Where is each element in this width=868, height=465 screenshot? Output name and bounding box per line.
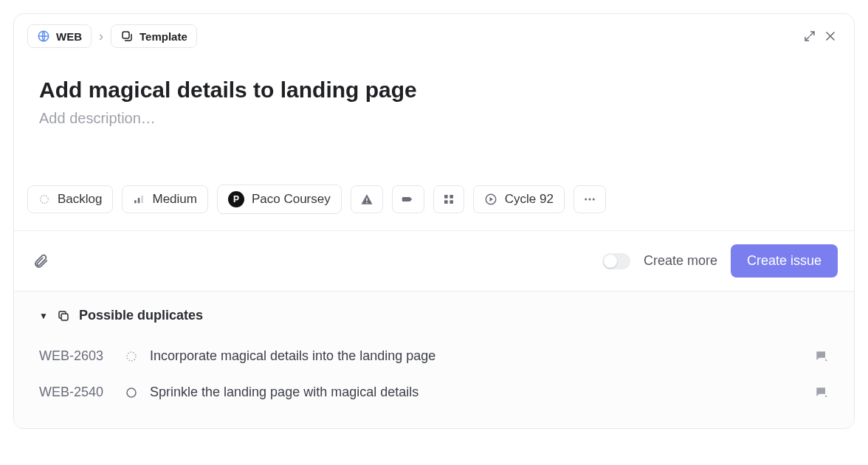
svg-rect-3 [134, 200, 137, 203]
move-to-issue-icon[interactable] [814, 349, 829, 364]
modal-footer: Create more Create issue [14, 230, 854, 291]
issue-title-input[interactable]: Add magical details to landing page [39, 78, 829, 103]
priority-label: Medium [152, 192, 196, 207]
todo-status-icon [125, 386, 138, 399]
svg-point-18 [127, 388, 136, 397]
duplicate-id: WEB-2603 [39, 348, 113, 364]
backlog-status-icon [38, 193, 50, 205]
breadcrumb-template-label: Template [140, 30, 187, 43]
svg-rect-11 [450, 200, 453, 204]
assignee-label: Paco Coursey [252, 192, 331, 207]
svg-rect-10 [444, 200, 448, 204]
svg-rect-16 [61, 314, 68, 320]
cycle-pill[interactable]: Cycle 92 [473, 185, 565, 213]
tag-icon [402, 193, 415, 206]
duplicates-heading-text: Possible duplicates [79, 308, 203, 323]
create-more-toggle[interactable] [602, 253, 630, 269]
modal-header: WEB › Template [14, 14, 854, 48]
grid-icon [443, 193, 455, 205]
project-pill[interactable] [351, 185, 383, 213]
assignee-avatar: P [228, 191, 244, 207]
svg-rect-6 [366, 199, 368, 202]
duplicate-title: Sprinkle the landing page with magical d… [150, 385, 418, 400]
breadcrumb-template[interactable]: Template [111, 24, 197, 48]
create-more-label: Create more [644, 253, 717, 269]
copy-icon [57, 309, 70, 323]
duplicate-title: Incorporate magical details into the lan… [150, 348, 435, 364]
assignee-pill[interactable]: P Paco Coursey [217, 185, 342, 214]
breadcrumb-separator: › [99, 29, 103, 44]
label-pill[interactable] [392, 185, 424, 213]
priority-pill[interactable]: Medium [122, 185, 207, 213]
create-issue-button[interactable]: Create issue [731, 244, 838, 278]
svg-point-2 [41, 196, 49, 204]
issue-description-input[interactable]: Add description… [39, 110, 829, 127]
cycle-icon [484, 193, 497, 206]
breadcrumb-project-label: WEB [56, 30, 82, 43]
move-to-issue-icon[interactable] [814, 385, 829, 400]
duplicate-row[interactable]: WEB-2540 Sprinkle the landing page with … [39, 374, 829, 410]
svg-rect-5 [142, 196, 144, 204]
more-properties-button[interactable] [574, 185, 606, 213]
expand-button[interactable] [799, 26, 820, 46]
priority-medium-icon [133, 193, 145, 205]
possible-duplicates-section: ▼ Possible duplicates WEB-2603 Incorpora… [14, 291, 854, 428]
globe-icon [37, 30, 50, 43]
svg-rect-9 [450, 195, 453, 199]
caret-down-icon: ▼ [39, 311, 48, 321]
svg-point-13 [585, 199, 587, 201]
modal-body: Add magical details to landing page Add … [14, 48, 854, 127]
duplicate-id: WEB-2540 [39, 385, 113, 400]
svg-point-17 [127, 352, 136, 361]
attach-button[interactable] [30, 251, 51, 272]
duplicate-row[interactable]: WEB-2603 Incorporate magical details int… [39, 338, 829, 374]
svg-rect-8 [444, 195, 448, 199]
svg-rect-4 [138, 198, 140, 203]
warning-triangle-icon [360, 193, 373, 206]
ellipsis-icon [583, 193, 596, 206]
backlog-status-icon [125, 350, 138, 363]
cycle-label: Cycle 92 [505, 192, 554, 207]
duplicates-header[interactable]: ▼ Possible duplicates [39, 308, 829, 323]
status-label: Backlog [58, 192, 102, 207]
breadcrumb-project[interactable]: WEB [27, 24, 92, 48]
close-button[interactable] [820, 26, 841, 46]
template-icon [120, 30, 134, 43]
svg-point-15 [593, 199, 595, 201]
svg-rect-1 [123, 32, 129, 38]
milestone-pill[interactable] [433, 185, 464, 213]
property-pills-row: Backlog Medium P Paco Coursey [14, 185, 854, 230]
status-pill[interactable]: Backlog [27, 185, 113, 213]
new-issue-modal: WEB › Template Add magical details [13, 13, 855, 429]
svg-rect-7 [366, 202, 368, 204]
svg-point-14 [588, 199, 590, 201]
